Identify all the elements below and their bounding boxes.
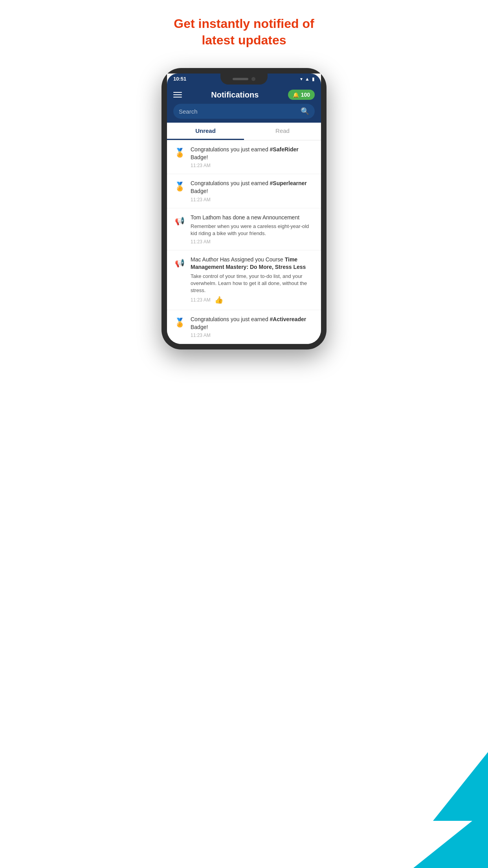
- notif-text-3: Tom Lathom has done a new Announcement: [191, 214, 315, 222]
- notch-camera: [251, 77, 255, 81]
- notif-content-5: Congratulations you just earned #Activer…: [191, 316, 315, 338]
- notif-content-1: Congratulations you just earned #SafeRid…: [191, 146, 315, 168]
- search-bar[interactable]: Search 🔍: [173, 104, 315, 119]
- notif-content-4: Mac Author Has Assigned you Course Time …: [191, 256, 315, 305]
- notif-text-4: Mac Author Has Assigned you Course Time …: [191, 256, 315, 271]
- notif-sub-4: Take control of your time, your to-do li…: [191, 273, 315, 294]
- notification-badge: 100: [288, 90, 315, 100]
- search-placeholder: Search: [179, 108, 198, 115]
- notif-text-1: Congratulations you just earned #SafeRid…: [191, 146, 315, 161]
- notch: [220, 74, 268, 85]
- badge-count: 100: [301, 92, 310, 98]
- tabs-bar: Unread Read: [167, 123, 321, 140]
- megaphone-icon-3: 📢: [173, 215, 186, 227]
- notif-item-4[interactable]: 📢 Mac Author Has Assigned you Course Tim…: [167, 250, 321, 311]
- app-header-top: Notifications 100: [173, 90, 315, 100]
- app-header: Notifications 100 Search 🔍: [167, 84, 321, 123]
- notif-time-2: 11:23 AM: [191, 197, 315, 202]
- notif-content-3: Tom Lathom has done a new Announcement R…: [191, 214, 315, 245]
- thumbs-up-icon: 👍: [215, 296, 223, 304]
- notif-time-3: 11:23 AM: [191, 239, 315, 245]
- bell-icon: [293, 92, 299, 98]
- notif-text-2: Congratulations you just earned #Superle…: [191, 180, 315, 195]
- megaphone-icon-4: 📢: [173, 257, 186, 269]
- notif-time-5: 11:23 AM: [191, 333, 315, 338]
- headline: Get instantly notified of latest updates: [174, 16, 314, 48]
- badge-icon-1: 🏅: [173, 147, 186, 159]
- battery-icon: ▮: [312, 76, 315, 82]
- notif-content-2: Congratulations you just earned #Superle…: [191, 180, 315, 202]
- notif-text-5: Congratulations you just earned #Activer…: [191, 316, 315, 331]
- phone-screen: 10:51 ▾ ▲ ▮ Notifications 100: [167, 74, 321, 344]
- notif-time-4: 11:23 AM: [191, 297, 211, 303]
- status-time: 10:51: [173, 76, 186, 82]
- notif-time-1: 11:23 AM: [191, 163, 315, 168]
- notif-item-1[interactable]: 🏅 Congratulations you just earned #SafeR…: [167, 140, 321, 174]
- notif-footer-4: 11:23 AM 👍: [191, 296, 315, 304]
- signal-icon: ▲: [305, 76, 310, 82]
- status-bar: 10:51 ▾ ▲ ▮: [167, 74, 321, 84]
- badge-icon-2: 🏅: [173, 180, 186, 193]
- phone-frame: 10:51 ▾ ▲ ▮ Notifications 100: [161, 68, 327, 349]
- notif-item-3[interactable]: 📢 Tom Lathom has done a new Announcement…: [167, 208, 321, 250]
- bg-triangle-bottom: [413, 805, 488, 868]
- wifi-icon: ▾: [300, 76, 303, 82]
- tab-unread[interactable]: Unread: [167, 123, 244, 140]
- notif-sub-3: Remember when you were a careless eight-…: [191, 223, 315, 237]
- page-title: Notifications: [211, 90, 259, 99]
- notch-pill: [233, 78, 248, 80]
- notif-item-2[interactable]: 🏅 Congratulations you just earned #Super…: [167, 174, 321, 208]
- notification-list: 🏅 Congratulations you just earned #SafeR…: [167, 140, 321, 344]
- hamburger-menu-button[interactable]: [173, 92, 182, 97]
- tab-read[interactable]: Read: [244, 123, 321, 140]
- badge-icon-5: 🏅: [173, 316, 186, 329]
- search-icon: 🔍: [301, 107, 309, 116]
- notif-item-5[interactable]: 🏅 Congratulations you just earned #Activ…: [167, 310, 321, 344]
- status-icons: ▾ ▲ ▮: [300, 76, 315, 82]
